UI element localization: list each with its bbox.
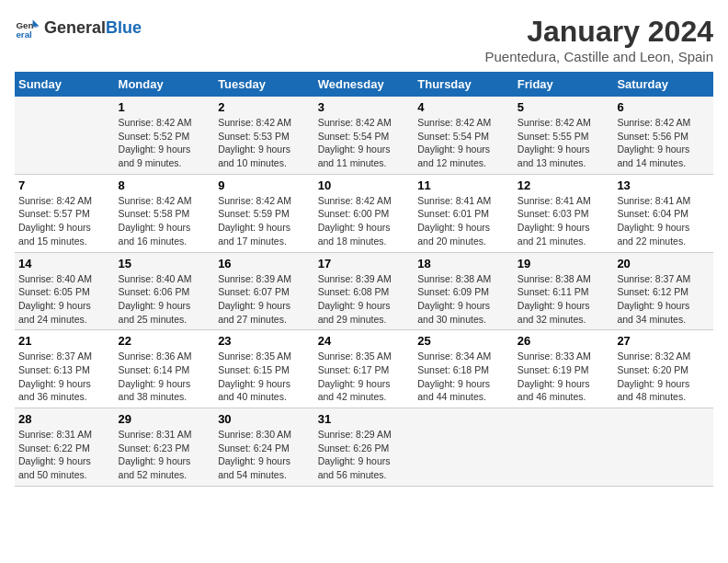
day-number: 20 <box>617 257 710 270</box>
calendar-cell: 15Sunrise: 8:40 AMSunset: 6:06 PMDayligh… <box>115 252 215 330</box>
day-detail: Sunrise: 8:38 AMSunset: 6:11 PMDaylight:… <box>518 272 610 327</box>
day-number: 10 <box>318 178 411 192</box>
logo: Gen eral GeneralBlue <box>15 15 142 40</box>
day-detail: Sunrise: 8:33 AMSunset: 6:19 PMDaylight:… <box>518 350 610 404</box>
day-number: 9 <box>218 178 311 192</box>
calendar-cell: 20Sunrise: 8:37 AMSunset: 6:12 PMDayligh… <box>613 252 713 330</box>
day-number: 30 <box>218 412 311 426</box>
calendar-cell: 27Sunrise: 8:32 AMSunset: 6:20 PMDayligh… <box>613 330 713 408</box>
day-detail: Sunrise: 8:37 AMSunset: 6:12 PMDaylight:… <box>617 272 710 327</box>
calendar-cell: 11Sunrise: 8:41 AMSunset: 6:01 PMDayligh… <box>414 174 514 252</box>
calendar-week-row: 7Sunrise: 8:42 AMSunset: 5:57 PMDaylight… <box>15 174 713 252</box>
day-detail: Sunrise: 8:41 AMSunset: 6:01 PMDaylight:… <box>417 194 510 248</box>
day-detail: Sunrise: 8:42 AMSunset: 5:54 PMDaylight:… <box>318 116 411 170</box>
day-detail: Sunrise: 8:30 AMSunset: 6:24 PMDaylight:… <box>218 428 311 482</box>
calendar-cell: 2Sunrise: 8:42 AMSunset: 5:53 PMDaylight… <box>214 97 314 174</box>
calendar-cell: 18Sunrise: 8:38 AMSunset: 6:09 PMDayligh… <box>414 252 514 330</box>
calendar-cell: 9Sunrise: 8:42 AMSunset: 5:59 PMDaylight… <box>214 174 314 252</box>
day-number: 15 <box>119 257 211 270</box>
calendar-cell: 24Sunrise: 8:35 AMSunset: 6:17 PMDayligh… <box>314 330 415 408</box>
svg-text:eral: eral <box>16 29 32 40</box>
calendar-cell <box>414 408 514 487</box>
day-number: 18 <box>417 257 510 270</box>
calendar-cell: 13Sunrise: 8:41 AMSunset: 6:04 PMDayligh… <box>613 174 713 252</box>
calendar-cell: 4Sunrise: 8:42 AMSunset: 5:54 PMDaylight… <box>414 97 514 174</box>
day-number: 8 <box>119 178 211 192</box>
calendar-cell: 28Sunrise: 8:31 AMSunset: 6:22 PMDayligh… <box>15 408 115 487</box>
weekday-tuesday: Tuesday <box>214 72 314 97</box>
calendar-cell: 5Sunrise: 8:42 AMSunset: 5:55 PMDaylight… <box>514 97 614 174</box>
day-detail: Sunrise: 8:42 AMSunset: 5:59 PMDaylight:… <box>218 194 311 248</box>
day-detail: Sunrise: 8:42 AMSunset: 5:57 PMDaylight:… <box>18 194 111 248</box>
day-detail: Sunrise: 8:42 AMSunset: 5:55 PMDaylight:… <box>518 116 610 170</box>
calendar-cell <box>613 408 713 487</box>
day-number: 1 <box>119 100 211 114</box>
day-number: 11 <box>417 178 510 192</box>
day-number: 7 <box>18 178 111 192</box>
calendar-week-row: 28Sunrise: 8:31 AMSunset: 6:22 PMDayligh… <box>15 408 713 487</box>
weekday-friday: Friday <box>514 72 614 97</box>
day-number: 16 <box>218 257 311 270</box>
calendar-cell: 21Sunrise: 8:37 AMSunset: 6:13 PMDayligh… <box>15 330 115 408</box>
day-number: 4 <box>417 100 510 114</box>
day-detail: Sunrise: 8:40 AMSunset: 6:06 PMDaylight:… <box>119 272 211 327</box>
calendar-cell: 14Sunrise: 8:40 AMSunset: 6:05 PMDayligh… <box>15 252 115 330</box>
day-detail: Sunrise: 8:40 AMSunset: 6:05 PMDaylight:… <box>18 272 111 327</box>
day-number: 14 <box>18 257 111 270</box>
day-detail: Sunrise: 8:32 AMSunset: 6:20 PMDaylight:… <box>617 350 710 404</box>
day-detail: Sunrise: 8:42 AMSunset: 5:58 PMDaylight:… <box>119 194 211 248</box>
calendar-week-row: 21Sunrise: 8:37 AMSunset: 6:13 PMDayligh… <box>15 330 713 408</box>
day-detail: Sunrise: 8:34 AMSunset: 6:18 PMDaylight:… <box>417 350 510 404</box>
calendar-cell: 12Sunrise: 8:41 AMSunset: 6:03 PMDayligh… <box>514 174 614 252</box>
weekday-sunday: Sunday <box>15 72 115 97</box>
day-number: 5 <box>518 100 610 114</box>
calendar-cell: 26Sunrise: 8:33 AMSunset: 6:19 PMDayligh… <box>514 330 614 408</box>
day-number: 19 <box>518 257 610 270</box>
day-number: 17 <box>318 257 411 270</box>
day-number: 26 <box>518 334 610 348</box>
calendar-week-row: 14Sunrise: 8:40 AMSunset: 6:05 PMDayligh… <box>15 252 713 330</box>
logo-blue: Blue <box>106 18 142 37</box>
day-number: 2 <box>218 100 311 114</box>
day-detail: Sunrise: 8:42 AMSunset: 5:53 PMDaylight:… <box>218 116 311 170</box>
day-number: 25 <box>417 334 510 348</box>
calendar-cell: 10Sunrise: 8:42 AMSunset: 6:00 PMDayligh… <box>314 174 415 252</box>
title-area: January 2024 Puentedura, Castille and Le… <box>484 15 713 64</box>
day-detail: Sunrise: 8:39 AMSunset: 6:07 PMDaylight:… <box>218 272 311 327</box>
calendar-cell: 22Sunrise: 8:36 AMSunset: 6:14 PMDayligh… <box>115 330 215 408</box>
day-detail: Sunrise: 8:42 AMSunset: 6:00 PMDaylight:… <box>318 194 411 248</box>
calendar-table: SundayMondayTuesdayWednesdayThursdayFrid… <box>15 72 713 487</box>
weekday-header-row: SundayMondayTuesdayWednesdayThursdayFrid… <box>15 72 713 97</box>
day-detail: Sunrise: 8:42 AMSunset: 5:56 PMDaylight:… <box>617 116 710 170</box>
day-number: 27 <box>617 334 710 348</box>
calendar-cell: 19Sunrise: 8:38 AMSunset: 6:11 PMDayligh… <box>514 252 614 330</box>
day-detail: Sunrise: 8:31 AMSunset: 6:23 PMDaylight:… <box>119 428 211 482</box>
calendar-cell: 30Sunrise: 8:30 AMSunset: 6:24 PMDayligh… <box>214 408 314 487</box>
weekday-monday: Monday <box>115 72 215 97</box>
header: Gen eral GeneralBlue January 2024 Puente… <box>15 15 713 64</box>
calendar-cell: 25Sunrise: 8:34 AMSunset: 6:18 PMDayligh… <box>414 330 514 408</box>
calendar-cell: 7Sunrise: 8:42 AMSunset: 5:57 PMDaylight… <box>15 174 115 252</box>
day-number: 22 <box>119 334 211 348</box>
day-detail: Sunrise: 8:41 AMSunset: 6:04 PMDaylight:… <box>617 194 710 248</box>
day-number: 29 <box>119 412 211 426</box>
day-number: 31 <box>318 412 411 426</box>
calendar-cell: 6Sunrise: 8:42 AMSunset: 5:56 PMDaylight… <box>613 97 713 174</box>
calendar-cell: 3Sunrise: 8:42 AMSunset: 5:54 PMDaylight… <box>314 97 415 174</box>
location-title: Puentedura, Castille and Leon, Spain <box>484 49 713 64</box>
calendar-cell <box>15 97 115 174</box>
calendar-cell: 8Sunrise: 8:42 AMSunset: 5:58 PMDaylight… <box>115 174 215 252</box>
day-detail: Sunrise: 8:35 AMSunset: 6:17 PMDaylight:… <box>318 350 411 404</box>
calendar-cell <box>514 408 614 487</box>
day-number: 12 <box>518 178 610 192</box>
day-number: 6 <box>617 100 710 114</box>
day-detail: Sunrise: 8:38 AMSunset: 6:09 PMDaylight:… <box>417 272 510 327</box>
logo-wordmark: GeneralBlue <box>44 18 142 38</box>
weekday-saturday: Saturday <box>613 72 713 97</box>
calendar-cell: 17Sunrise: 8:39 AMSunset: 6:08 PMDayligh… <box>314 252 415 330</box>
month-title: January 2024 <box>484 15 713 49</box>
day-number: 13 <box>617 178 710 192</box>
calendar-cell: 29Sunrise: 8:31 AMSunset: 6:23 PMDayligh… <box>115 408 215 487</box>
logo-general: General <box>44 18 106 37</box>
day-number: 23 <box>218 334 311 348</box>
